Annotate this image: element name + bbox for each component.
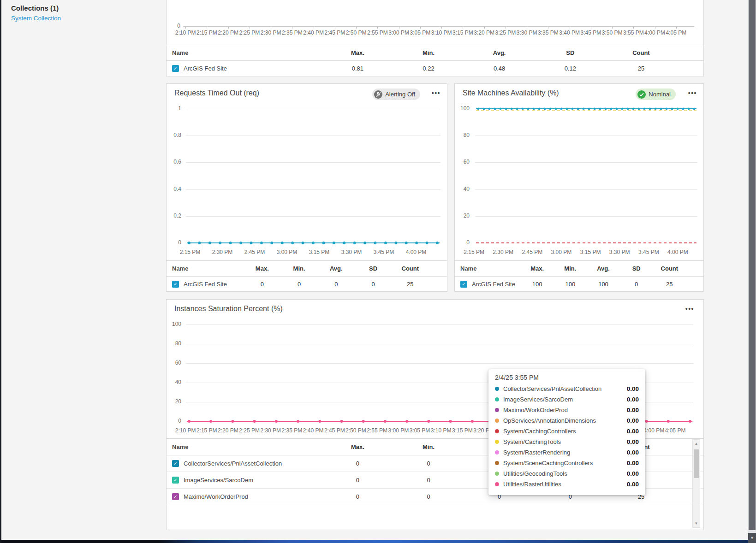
- x-tick-label: 3:10 PM: [431, 27, 452, 36]
- x-tick-label: 2:20 PM: [217, 425, 238, 434]
- x-tick-label: 3:10 PM: [430, 425, 452, 434]
- tooltip-series-value: 0.00: [627, 449, 639, 456]
- tooltip-series-name: System/SceneCachingControllers: [503, 460, 621, 466]
- table-scrollbar[interactable]: ▲ ▼: [692, 439, 700, 528]
- tooltip-row: Utilities/RasterUtilities0.00: [495, 479, 639, 490]
- y-axis-label: 0: [167, 239, 181, 246]
- tooltip-row: System/CachingTools0.00: [495, 437, 639, 447]
- x-tick-label: 2:30 PM: [260, 27, 281, 36]
- x-tick-label: 2:45 PM: [324, 425, 345, 434]
- y-axis-label: 80: [167, 340, 181, 347]
- table-row: ✓: [167, 505, 703, 509]
- tooltip-series-value: 0.00: [627, 438, 639, 445]
- row-value: 25: [653, 281, 686, 288]
- row-name: CollectorServices/PnlAssetCollection: [184, 460, 282, 467]
- scrollbar-thumb[interactable]: [694, 449, 699, 478]
- column-header: Name: [167, 443, 322, 450]
- requests-table: NameMax.Min.Avg.SDCount✓ArcGIS Fed Site0…: [167, 260, 447, 292]
- series-color-dot: [495, 440, 499, 444]
- row-name: ArcGIS Fed Site: [184, 65, 227, 72]
- x-tick-label: 3:15 PM: [452, 425, 473, 434]
- table-header-row: NameMax.Min.Avg.SDCount: [167, 261, 447, 277]
- chart-series: [475, 106, 697, 246]
- x-tick-label: 3:05 PM: [409, 425, 430, 434]
- x-tick-label: 3:30 PM: [605, 246, 634, 255]
- tooltip-series-value: 0.00: [627, 460, 639, 466]
- scroll-up-button[interactable]: ▲: [693, 440, 700, 448]
- series-color-dot: [495, 472, 499, 476]
- tooltip-series-name: ImageServices/SarcoDem: [503, 396, 621, 403]
- tooltip-timestamp: 2/4/25 3:55 PM: [495, 374, 639, 381]
- column-header: Avg.: [318, 265, 355, 272]
- tooltip-row: OpServices/AnnotationDimensions0.00: [495, 415, 639, 426]
- y-axis-label: 0.8: [167, 132, 181, 138]
- system-collection-link[interactable]: System Collection: [11, 15, 61, 22]
- series-color-dot: [495, 429, 499, 433]
- y-axis-label: 0.4: [167, 186, 181, 192]
- tooltip-series-value: 0.00: [627, 417, 639, 424]
- row-checkbox[interactable]: ✓: [172, 477, 179, 484]
- x-tick-label: 3:40 PM: [559, 27, 580, 36]
- column-header: Max.: [521, 265, 554, 272]
- column-header: Min.: [393, 49, 464, 56]
- scroll-down-button[interactable]: ▼: [693, 519, 700, 527]
- row-checkbox[interactable]: ✓: [172, 460, 179, 467]
- row-name-cell: ✓ImageServices/SarcoDem: [167, 477, 322, 484]
- x-axis-labels: 2:15 PM2:30 PM2:45 PM3:00 PM3:15 PM3:30 …: [459, 246, 692, 255]
- row-name: ArcGIS Fed Site: [184, 281, 227, 288]
- row-checkbox[interactable]: ✓: [172, 65, 179, 72]
- y-axis-label: 40: [455, 186, 470, 192]
- chart-series: [186, 106, 441, 246]
- x-tick-label: 2:15 PM: [196, 425, 217, 434]
- row-value: 100: [554, 281, 587, 288]
- x-tick-label: 3:20 PM: [474, 27, 495, 36]
- row-value: 0: [393, 493, 464, 500]
- column-header: Count: [606, 49, 677, 56]
- row-value: 0: [355, 281, 392, 288]
- metric-table: NameMax.Min.Avg.SDCount✓ArcGIS Fed Site0…: [167, 45, 703, 77]
- x-tick-label: 2:55 PM: [367, 27, 388, 36]
- row-value: 0: [322, 493, 393, 500]
- column-header: Name: [167, 265, 244, 272]
- table-row: ✓ArcGIS Fed Site0.810.220.480.1225: [167, 61, 703, 77]
- tooltip-series-name: System/CachingTools: [503, 438, 621, 445]
- y-axis-label: 0.2: [167, 212, 181, 219]
- row-value: 0.48: [464, 65, 535, 72]
- row-checkbox[interactable]: ✓: [460, 281, 467, 288]
- x-tick-label: 2:30 PM: [206, 246, 238, 255]
- y-axis-label: 60: [455, 159, 470, 165]
- page-scroll-down-button[interactable]: ▼: [748, 533, 756, 543]
- tooltip-series-name: System/RasterRendering: [503, 449, 621, 456]
- x-axis-labels: 2:10 PM2:15 PM2:20 PM2:25 PM2:30 PM2:35 …: [175, 27, 687, 36]
- row-value: 0: [393, 460, 464, 467]
- x-tick-label: 2:45 PM: [238, 246, 271, 255]
- x-tick-label: 3:00 PM: [547, 246, 576, 255]
- x-tick-label: 2:30 PM: [488, 246, 518, 255]
- column-header: SD: [535, 49, 606, 56]
- x-tick-label: 3:25 PM: [495, 27, 516, 36]
- series-color-dot: [495, 419, 499, 423]
- row-checkbox[interactable]: ✓: [172, 493, 179, 500]
- row-name-cell: ✓CollectorServices/PnlAssetCollection: [167, 460, 322, 467]
- metric-card-partial: 0 2:10 PM2:15 PM2:20 PM2:25 PM2:30 PM2:3…: [166, 0, 704, 77]
- x-tick-label: 4:00 PM: [644, 27, 666, 36]
- series-color-dot: [495, 387, 499, 391]
- tooltip-series-value: 0.00: [627, 396, 639, 403]
- page-scrollbar[interactable]: ▼: [748, 0, 756, 543]
- row-checkbox[interactable]: ✓: [172, 281, 179, 288]
- site-availability-table: NameMax.Min.Avg.SDCount✓ArcGIS Fed Site1…: [455, 260, 703, 292]
- collections-header: Collections (1): [11, 4, 59, 12]
- tooltip-series-value: 0.00: [627, 470, 639, 477]
- tooltip-row: System/RasterRendering0.00: [495, 447, 639, 458]
- tooltip-row: CollectorServices/PnlAssetCollection0.00: [495, 384, 639, 394]
- x-tick-label: 2:40 PM: [303, 27, 324, 36]
- x-tick-label: 2:50 PM: [345, 27, 367, 36]
- x-tick-label: 3:30 PM: [516, 27, 537, 36]
- tooltip-series-name: System/CachingControllers: [503, 428, 621, 435]
- row-value: 0.22: [393, 65, 464, 72]
- x-tick-label: 2:40 PM: [303, 425, 324, 434]
- tooltip-row: System/CachingControllers0.00: [495, 426, 639, 437]
- tooltip-series-value: 0.00: [627, 481, 639, 488]
- y-axis-label: 100: [167, 321, 181, 327]
- page-scrollbar-thumb[interactable]: [749, 0, 756, 530]
